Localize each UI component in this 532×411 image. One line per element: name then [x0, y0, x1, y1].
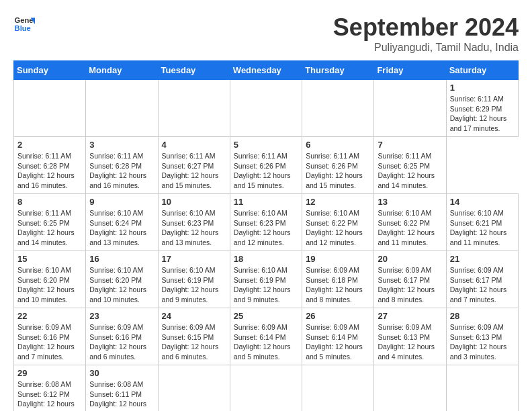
cell-daylight: Daylight: 12 hours and 13 minutes.	[89, 228, 154, 247]
cell-sunrise: Sunrise: 6:10 AM	[89, 208, 154, 218]
cell-sunrise: Sunrise: 6:09 AM	[162, 322, 226, 332]
cell-sunset: Sunset: 6:25 PM	[17, 218, 82, 228]
cell-sunset: Sunset: 6:12 PM	[17, 390, 82, 400]
cell-sunset: Sunset: 6:13 PM	[450, 332, 515, 342]
cell-daylight: Daylight: 12 hours and 17 minutes.	[450, 113, 515, 133]
cell-sunset: Sunset: 6:19 PM	[162, 275, 226, 285]
calendar-week-5: 22 Sunrise: 6:09 AM Sunset: 6:16 PM Dayl…	[14, 308, 519, 365]
cell-daylight: Daylight: 12 hours and 9 minutes.	[234, 285, 298, 304]
cell-sunset: Sunset: 6:19 PM	[234, 275, 298, 285]
cell-daylight: Daylight: 12 hours and 11 minutes.	[450, 228, 515, 247]
day-number: 30	[89, 368, 154, 378]
calendar-day-9: 9 Sunrise: 6:10 AM Sunset: 6:24 PM Dayli…	[86, 194, 158, 251]
cell-sunrise: Sunrise: 6:11 AM	[89, 151, 154, 161]
calendar-day-20: 20 Sunrise: 6:09 AM Sunset: 6:17 PM Dayl…	[374, 251, 446, 308]
empty-cell	[158, 365, 230, 412]
calendar-header-monday: Monday	[86, 61, 158, 80]
logo-icon: General Blue	[13, 13, 35, 35]
cell-sunrise: Sunrise: 6:11 AM	[306, 151, 370, 161]
calendar-day-24: 24 Sunrise: 6:09 AM Sunset: 6:15 PM Dayl…	[158, 308, 230, 365]
cell-sunset: Sunset: 6:23 PM	[162, 218, 226, 228]
cell-sunset: Sunset: 6:15 PM	[162, 332, 226, 342]
day-number: 6	[306, 140, 370, 150]
cell-daylight: Daylight: 12 hours and 3 minutes.	[17, 399, 82, 411]
cell-sunrise: Sunrise: 6:11 AM	[450, 94, 515, 104]
calendar-day-8: 8 Sunrise: 6:11 AM Sunset: 6:25 PM Dayli…	[14, 194, 86, 251]
day-number: 25	[234, 311, 298, 321]
cell-sunset: Sunset: 6:18 PM	[306, 275, 370, 285]
cell-daylight: Daylight: 12 hours and 15 minutes.	[306, 171, 370, 190]
day-number: 12	[306, 197, 370, 207]
cell-sunset: Sunset: 6:14 PM	[306, 332, 370, 342]
day-number: 7	[378, 140, 442, 150]
cell-sunrise: Sunrise: 6:09 AM	[306, 265, 370, 275]
empty-cell	[86, 80, 158, 137]
calendar-header-sunday: Sunday	[14, 61, 86, 80]
calendar-week-4: 15 Sunrise: 6:10 AM Sunset: 6:20 PM Dayl…	[14, 251, 519, 308]
day-number: 11	[234, 197, 298, 207]
calendar-header-tuesday: Tuesday	[158, 61, 230, 80]
cell-daylight: Daylight: 12 hours and 8 minutes.	[306, 285, 370, 304]
cell-sunrise: Sunrise: 6:09 AM	[234, 322, 298, 332]
cell-sunrise: Sunrise: 6:10 AM	[234, 265, 298, 275]
day-number: 9	[89, 197, 154, 207]
calendar-day-29: 29 Sunrise: 6:08 AM Sunset: 6:12 PM Dayl…	[14, 365, 86, 412]
cell-sunset: Sunset: 6:26 PM	[234, 161, 298, 171]
cell-sunset: Sunset: 6:16 PM	[17, 332, 82, 342]
cell-daylight: Daylight: 12 hours and 6 minutes.	[162, 342, 226, 361]
cell-sunset: Sunset: 6:17 PM	[450, 275, 515, 285]
day-number: 27	[378, 311, 442, 321]
calendar-day-19: 19 Sunrise: 6:09 AM Sunset: 6:18 PM Dayl…	[302, 251, 374, 308]
cell-daylight: Daylight: 12 hours and 10 minutes.	[17, 285, 82, 304]
cell-sunrise: Sunrise: 6:10 AM	[17, 265, 82, 275]
empty-cell	[158, 80, 230, 137]
empty-cell	[374, 365, 446, 412]
day-number: 2	[17, 140, 82, 150]
calendar-day-4: 4 Sunrise: 6:11 AM Sunset: 6:27 PM Dayli…	[158, 137, 230, 194]
calendar-day-5: 5 Sunrise: 6:11 AM Sunset: 6:26 PM Dayli…	[230, 137, 302, 194]
day-number: 8	[17, 197, 82, 207]
cell-sunrise: Sunrise: 6:10 AM	[89, 265, 154, 275]
cell-daylight: Daylight: 12 hours and 6 minutes.	[89, 342, 154, 361]
calendar-day-28: 28 Sunrise: 6:09 AM Sunset: 6:13 PM Dayl…	[446, 308, 518, 365]
day-number: 15	[17, 254, 82, 264]
empty-cell	[14, 80, 86, 137]
calendar-day-23: 23 Sunrise: 6:09 AM Sunset: 6:16 PM Dayl…	[86, 308, 158, 365]
calendar-day-30: 30 Sunrise: 6:08 AM Sunset: 6:11 PM Dayl…	[86, 365, 158, 412]
day-number: 16	[89, 254, 154, 264]
cell-sunrise: Sunrise: 6:09 AM	[450, 322, 515, 332]
cell-daylight: Daylight: 12 hours and 15 minutes.	[162, 171, 226, 190]
day-number: 10	[162, 197, 226, 207]
cell-sunrise: Sunrise: 6:09 AM	[450, 265, 515, 275]
cell-sunrise: Sunrise: 6:08 AM	[89, 379, 154, 390]
day-number: 24	[162, 311, 226, 321]
empty-cell	[230, 365, 302, 412]
calendar-day-17: 17 Sunrise: 6:10 AM Sunset: 6:19 PM Dayl…	[158, 251, 230, 308]
day-number: 13	[378, 197, 442, 207]
day-number: 17	[162, 254, 226, 264]
calendar-day-18: 18 Sunrise: 6:10 AM Sunset: 6:19 PM Dayl…	[230, 251, 302, 308]
day-number: 1	[450, 83, 515, 93]
cell-sunrise: Sunrise: 6:09 AM	[89, 322, 154, 332]
cell-sunrise: Sunrise: 6:09 AM	[378, 265, 442, 275]
logo: General Blue	[13, 13, 35, 35]
cell-sunrise: Sunrise: 6:08 AM	[17, 379, 82, 390]
calendar-header-saturday: Saturday	[446, 61, 518, 80]
calendar-header-friday: Friday	[374, 61, 446, 80]
cell-sunrise: Sunrise: 6:11 AM	[162, 151, 226, 161]
cell-sunrise: Sunrise: 6:10 AM	[162, 265, 226, 275]
cell-daylight: Daylight: 12 hours and 16 minutes.	[89, 171, 154, 190]
cell-sunrise: Sunrise: 6:10 AM	[234, 208, 298, 218]
cell-daylight: Daylight: 12 hours and 11 minutes.	[378, 228, 442, 247]
calendar-day-21: 21 Sunrise: 6:09 AM Sunset: 6:17 PM Dayl…	[446, 251, 518, 308]
cell-sunset: Sunset: 6:22 PM	[378, 218, 442, 228]
cell-daylight: Daylight: 12 hours and 12 minutes.	[234, 228, 298, 247]
calendar-day-22: 22 Sunrise: 6:09 AM Sunset: 6:16 PM Dayl…	[14, 308, 86, 365]
calendar-day-14: 14 Sunrise: 6:10 AM Sunset: 6:21 PM Dayl…	[446, 194, 518, 251]
day-number: 23	[89, 311, 154, 321]
cell-sunrise: Sunrise: 6:11 AM	[378, 151, 442, 161]
day-number: 20	[378, 254, 442, 264]
calendar-day-1: 1 Sunrise: 6:11 AM Sunset: 6:29 PM Dayli…	[446, 80, 518, 137]
cell-daylight: Daylight: 12 hours and 13 minutes.	[162, 228, 226, 247]
cell-daylight: Daylight: 12 hours and 7 minutes.	[450, 285, 515, 304]
